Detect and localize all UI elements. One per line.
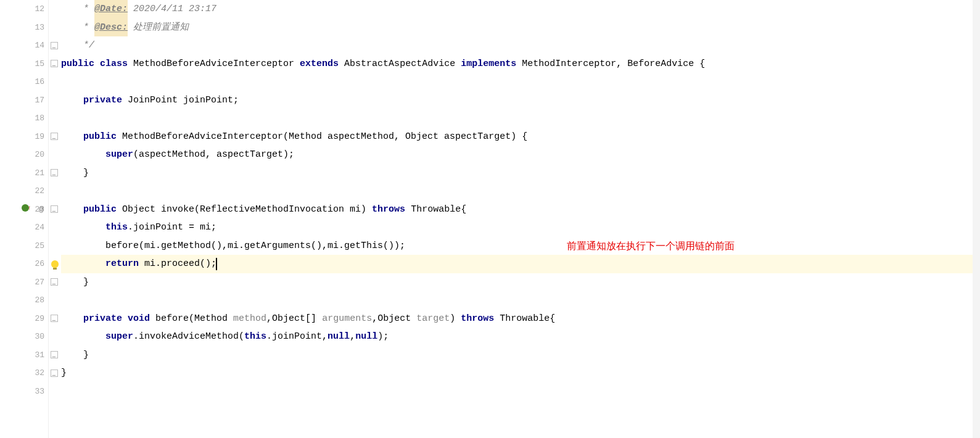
fold-marker — [49, 128, 61, 146]
code-token: .invokeAdviceMethod( — [133, 328, 244, 346]
override-marker[interactable]: ↑ — [22, 200, 29, 219]
code-token: ) — [450, 310, 461, 328]
fold-open-icon[interactable] — [51, 315, 58, 322]
code-token: arguments — [322, 310, 372, 328]
intention-bulb-icon[interactable] — [51, 260, 59, 268]
vertical-scrollbar[interactable] — [973, 0, 980, 438]
line-number: 20 — [0, 146, 48, 164]
fold-close-icon[interactable] — [51, 169, 58, 176]
fold-marker — [49, 182, 61, 200]
code-token: before(Method — [150, 310, 233, 328]
code-token — [61, 146, 105, 164]
inline-annotation: 前置通知放在执行下一个调用链的前面 — [567, 237, 735, 255]
code-token: public — [83, 200, 117, 219]
code-token: class — [100, 55, 128, 73]
code-token: @Date: — [94, 0, 128, 19]
fold-marker — [49, 237, 61, 255]
code-token — [61, 218, 105, 237]
code-token: implements — [461, 55, 516, 73]
line-number: 22 — [0, 182, 48, 200]
code-token: */ — [61, 36, 94, 55]
line-number: 17 — [0, 91, 48, 110]
code-line[interactable]: } — [61, 164, 980, 183]
fold-close-icon[interactable] — [51, 351, 58, 358]
code-token: public — [61, 55, 94, 73]
fold-close-icon[interactable] — [51, 370, 58, 377]
code-line[interactable]: } — [61, 364, 980, 382]
line-number: 26 — [0, 255, 48, 273]
fold-marker — [49, 328, 61, 346]
fold-marker — [49, 346, 61, 365]
code-token: AbstractAspectAdvice — [339, 55, 461, 73]
line-number: 32 — [0, 364, 48, 382]
code-line[interactable]: private JoinPoint joinPoint; — [61, 91, 980, 110]
code-line[interactable]: } — [61, 346, 980, 365]
code-token: Throwable{ — [494, 310, 555, 328]
code-line[interactable]: */ — [61, 36, 980, 55]
code-token: 处理前置通知 — [128, 19, 189, 37]
code-token: Throwable{ — [405, 200, 466, 219]
code-token: return — [105, 255, 139, 273]
code-token: super — [105, 146, 133, 164]
line-number: 24 — [0, 218, 48, 237]
code-editor[interactable]: 1213141516171819202122232425262728293031… — [0, 0, 980, 438]
fold-marker — [49, 310, 61, 328]
code-token: public — [83, 128, 117, 146]
fold-marker — [49, 36, 61, 55]
fold-close-icon[interactable] — [51, 278, 58, 286]
fold-open-icon[interactable] — [51, 133, 58, 140]
code-line[interactable] — [61, 291, 980, 310]
fold-marker — [49, 164, 61, 183]
code-line[interactable]: before(mi.getMethod(),mi.getArguments(),… — [61, 237, 980, 255]
code-line[interactable]: return mi.proceed(); — [61, 255, 980, 273]
code-line[interactable]: super.invokeAdviceMethod(this.joinPoint,… — [61, 328, 980, 346]
code-line[interactable] — [61, 182, 980, 200]
code-token: this — [105, 218, 128, 237]
code-token — [61, 328, 105, 346]
code-token — [61, 200, 83, 219]
code-token — [61, 310, 83, 328]
code-token: , — [350, 328, 355, 346]
code-token: } — [61, 364, 67, 382]
fold-marker: ↑@ — [49, 200, 61, 219]
code-line[interactable]: * @Date: 2020/4/11 23:17 — [61, 0, 980, 19]
code-token — [122, 310, 128, 328]
code-line[interactable]: * @Desc: 处理前置通知 — [61, 19, 980, 37]
fold-open-icon[interactable] — [51, 60, 58, 67]
code-token: ,Object[] — [266, 310, 322, 328]
line-number: 30 — [0, 328, 48, 346]
code-token: } — [61, 164, 89, 183]
code-token: MethodBeforeAdviceInterceptor — [128, 55, 300, 73]
fold-open-icon[interactable] — [51, 205, 58, 213]
line-number: 29 — [0, 310, 48, 328]
code-line[interactable]: public class MethodBeforeAdviceIntercept… — [61, 55, 980, 73]
code-line[interactable]: } — [61, 273, 980, 292]
line-number: 28 — [0, 291, 48, 310]
line-number: 33 — [0, 382, 48, 401]
fold-marker — [49, 146, 61, 164]
fold-close-icon[interactable] — [51, 42, 58, 49]
fold-marker — [49, 91, 61, 110]
code-token: null — [355, 328, 377, 346]
code-token — [94, 55, 100, 73]
code-token — [61, 255, 105, 273]
code-token: 2020/4/11 23:17 — [128, 0, 216, 19]
code-line[interactable]: super(aspectMethod, aspectTarget); — [61, 146, 980, 164]
code-line[interactable]: public MethodBeforeAdviceInterceptor(Met… — [61, 128, 980, 146]
code-line[interactable] — [61, 73, 980, 91]
code-line[interactable] — [61, 382, 980, 401]
code-area[interactable]: * @Date: 2020/4/11 23:17 * @Desc: 处理前置通知… — [61, 0, 980, 438]
fold-marker — [49, 291, 61, 310]
line-number: 14 — [0, 36, 48, 55]
code-line[interactable]: private void before(Method method,Object… — [61, 310, 980, 328]
code-line[interactable]: this.joinPoint = mi; — [61, 218, 980, 237]
code-token: void — [128, 310, 150, 328]
line-number: 27 — [0, 273, 48, 292]
code-token: * — [61, 0, 94, 19]
code-line[interactable] — [61, 109, 980, 128]
code-token: target — [416, 310, 450, 328]
line-number: 12 — [0, 0, 48, 19]
code-token: private — [83, 310, 122, 328]
code-line[interactable]: public Object invoke(ReflectiveMethodInv… — [61, 200, 980, 219]
text-caret — [216, 258, 217, 270]
